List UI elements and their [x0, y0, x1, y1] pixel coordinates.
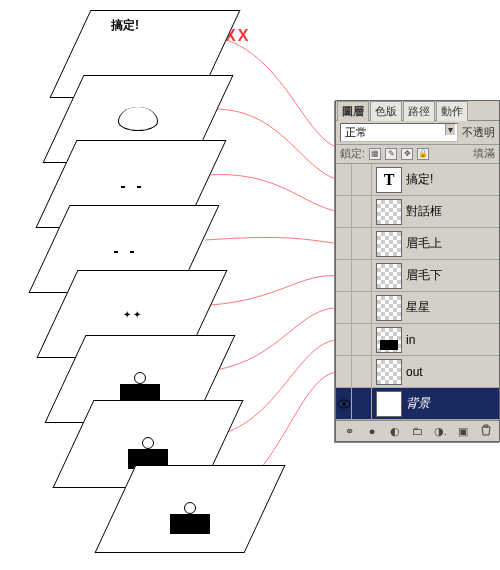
sheet-7 [94, 465, 285, 553]
layer-name: 眉毛下 [406, 267, 495, 284]
link-toggle[interactable] [356, 164, 372, 195]
link-toggle[interactable] [356, 356, 372, 387]
lock-paint-icon[interactable]: ✎ [385, 148, 397, 160]
figure-doodle [170, 514, 210, 534]
panel-tabs: 圖層 色版 路徑 動作 [336, 101, 499, 121]
folder-icon[interactable]: 🗀 [409, 424, 425, 438]
eyebrows-doodle [115, 178, 147, 190]
lock-row: 鎖定: ▦ ✎ ✥ 🔒 填滿 [336, 145, 499, 164]
visibility-toggle[interactable] [336, 324, 352, 355]
bubble-doodle [118, 107, 158, 131]
lock-transparency-icon[interactable]: ▦ [369, 148, 381, 160]
new-layer-icon[interactable]: ▣ [455, 424, 471, 438]
layer-thumb [376, 263, 402, 289]
layer-row[interactable]: T 搞定! [336, 164, 499, 196]
link-toggle[interactable] [356, 260, 372, 291]
tab-channels[interactable]: 色版 [370, 101, 402, 121]
link-toggle[interactable] [356, 292, 372, 323]
visibility-toggle[interactable] [336, 196, 352, 227]
layers-panel: 圖層 色版 路徑 動作 正常 不透明 鎖定: ▦ ✎ ✥ 🔒 填滿 T 搞定! … [335, 100, 500, 442]
mask-icon[interactable]: ◐ [387, 424, 403, 438]
blend-mode-row: 正常 不透明 [336, 121, 499, 145]
link-icon[interactable]: ⚭ [341, 424, 357, 438]
lock-all-icon[interactable]: 🔒 [417, 148, 429, 160]
visibility-toggle[interactable] [336, 228, 352, 259]
layer-row[interactable]: 眉毛下 [336, 260, 499, 292]
visibility-toggle[interactable] [336, 260, 352, 291]
layer-name: 背景 [406, 395, 495, 412]
layer-name: 眉毛上 [406, 235, 495, 252]
layer-thumb [376, 199, 402, 225]
layer-row[interactable]: in [336, 324, 499, 356]
panel-footer: ⚭ ● ◐ 🗀 ◑. ▣ [336, 420, 499, 441]
link-toggle[interactable] [356, 228, 372, 259]
visibility-toggle[interactable] [336, 164, 352, 195]
sheet-0-label: 搞定! [111, 17, 139, 34]
layer-name: out [406, 365, 495, 379]
adjust-icon[interactable]: ◑. [432, 424, 448, 438]
tab-paths[interactable]: 路徑 [403, 101, 435, 121]
link-toggle[interactable] [356, 324, 372, 355]
lock-label: 鎖定: [340, 146, 365, 161]
layer-list: T 搞定! 對話框 眉毛上 眉毛下 星星 [336, 164, 499, 420]
tab-layers[interactable]: 圖層 [337, 101, 369, 121]
layer-name: 星星 [406, 299, 495, 316]
blend-mode-select[interactable]: 正常 [340, 123, 458, 142]
svg-point-1 [342, 402, 346, 406]
layer-thumb [376, 295, 402, 321]
layer-name: 搞定! [406, 171, 495, 188]
tab-actions[interactable]: 動作 [436, 101, 468, 121]
visibility-toggle[interactable] [336, 388, 352, 419]
layer-thumb [376, 327, 402, 353]
layer-name: 對話框 [406, 203, 495, 220]
stars-doodle: ✦ ✦ [123, 308, 142, 320]
fill-label: 填滿 [473, 146, 495, 161]
layer-row[interactable]: 眉毛上 [336, 228, 499, 260]
layer-thumb [376, 231, 402, 257]
layer-row[interactable]: out [336, 356, 499, 388]
layer-thumb [376, 359, 402, 385]
visibility-toggle[interactable] [336, 292, 352, 323]
link-toggle[interactable] [356, 388, 372, 419]
trash-icon[interactable] [478, 424, 494, 438]
layer-row[interactable]: 星星 [336, 292, 499, 324]
layer-thumb [376, 391, 402, 417]
visibility-toggle[interactable] [336, 356, 352, 387]
opacity-label: 不透明 [462, 125, 495, 140]
fx-icon[interactable]: ● [364, 424, 380, 438]
layer-row[interactable]: 背景 [336, 388, 499, 420]
link-toggle[interactable] [356, 196, 372, 227]
lock-move-icon[interactable]: ✥ [401, 148, 413, 160]
layer-thumb-text: T [376, 167, 402, 193]
eye-icon [337, 399, 351, 409]
eyebrows-doodle [108, 243, 140, 255]
layer-row[interactable]: 對話框 [336, 196, 499, 228]
layer-name: in [406, 333, 495, 347]
